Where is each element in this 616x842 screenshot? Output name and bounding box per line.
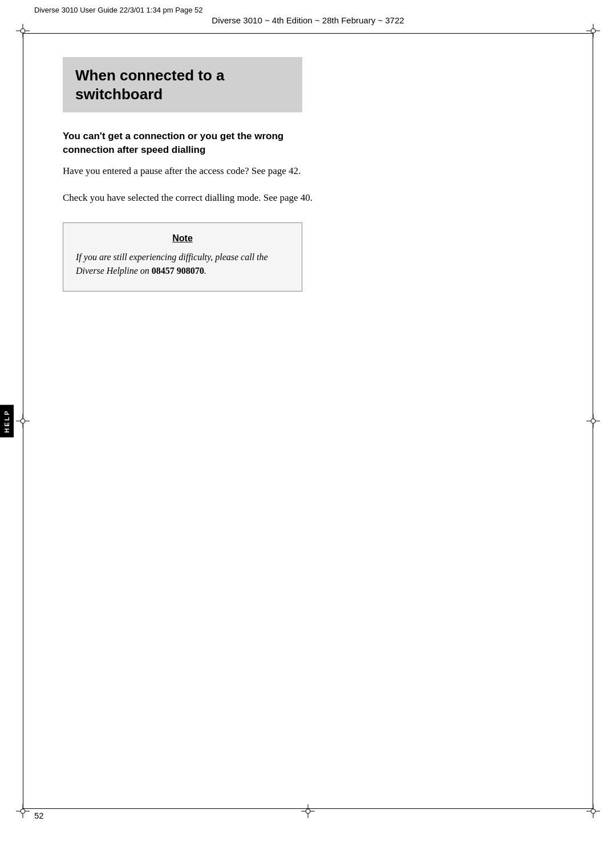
page-number: 52	[34, 811, 44, 820]
note-text-bold: 08457 908070	[152, 266, 204, 276]
top-border	[23, 33, 593, 34]
main-content: When connected to a switchboard You can'…	[63, 57, 553, 292]
header-main: Diverse 3010 ~ 4th Edition ~ 28th Februa…	[0, 15, 616, 25]
crosshair-bottom-mid	[301, 804, 315, 818]
crosshair-top-right	[586, 24, 600, 38]
note-text: If you are still experiencing difficulty…	[76, 250, 289, 279]
page-container: Diverse 3010 User Guide 22/3/01 1:34 pm …	[0, 0, 616, 842]
crosshair-right-mid	[586, 414, 600, 428]
section-heading-box: When connected to a switchboard	[63, 57, 302, 112]
note-title: Note	[76, 233, 289, 244]
crosshair-top-left	[16, 24, 30, 38]
crosshair-bottom-right	[586, 804, 600, 818]
section-heading-text: When connected to a switchboard	[75, 66, 290, 103]
header-top-line: Diverse 3010 User Guide 22/3/01 1:34 pm …	[0, 6, 616, 14]
crosshair-bottom-left	[16, 804, 30, 818]
help-tab: HELP	[0, 404, 14, 437]
note-text-end: .	[204, 266, 206, 276]
body-text-2: Check you have selected the correct dial…	[63, 191, 337, 205]
crosshair-left-mid	[16, 414, 30, 428]
note-box: Note If you are still experiencing diffi…	[63, 222, 302, 292]
subsection-heading: You can't get a connection or you get th…	[63, 129, 337, 157]
body-text-1: Have you entered a pause after the acces…	[63, 164, 337, 179]
header: Diverse 3010 User Guide 22/3/01 1:34 pm …	[0, 6, 616, 25]
